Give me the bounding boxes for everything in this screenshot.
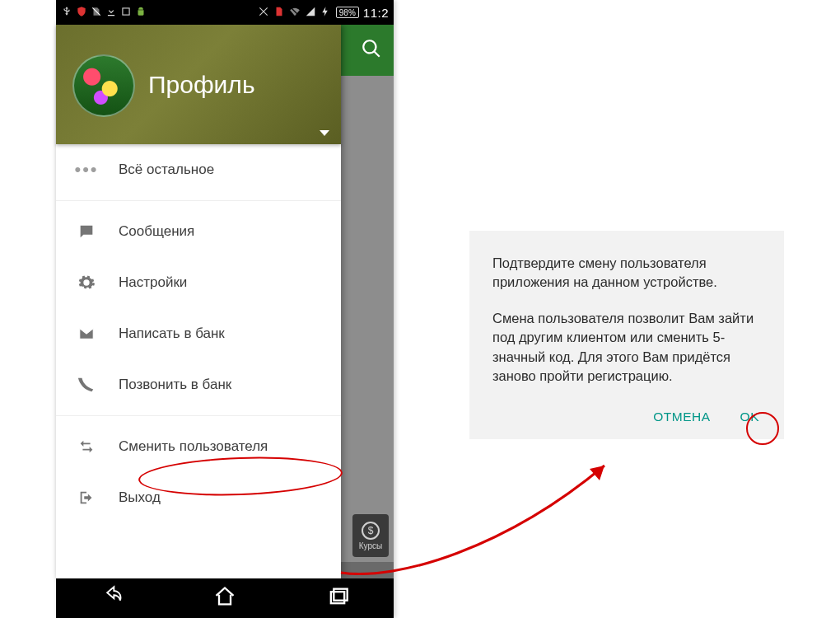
mail-icon: [76, 323, 97, 344]
chevron-down-icon[interactable]: [320, 130, 329, 136]
drawer-list: ••• Всё остальное Сообщения Настройки: [56, 144, 341, 578]
android-icon: [135, 6, 147, 20]
dialog-paragraph-2: Смена пользователя позволит Вам зайти по…: [492, 309, 761, 386]
avatar[interactable]: [72, 54, 135, 117]
square-icon: [120, 6, 132, 20]
drawer-item-write-bank[interactable]: Написать в банк: [56, 308, 341, 359]
drawer-item-label: Сменить пользователя: [119, 438, 268, 455]
usb-icon: [61, 6, 72, 20]
wifi-off-icon: [289, 6, 301, 20]
chat-icon: [76, 221, 97, 242]
drawer-item-label: Выход: [119, 489, 161, 506]
vibrate-icon: [258, 6, 269, 20]
battery-indicator: 98%: [336, 7, 359, 18]
phone-icon: [76, 374, 97, 396]
charging-icon: [320, 6, 332, 20]
android-nav-bar: [56, 578, 394, 618]
phone-frame: 98% 11:2 $ Курсы Профиль ••• Всё остальн…: [56, 0, 394, 618]
cancel-button[interactable]: ОТМЕНА: [653, 408, 710, 426]
drawer-item-change-user[interactable]: Сменить пользователя: [56, 421, 341, 472]
confirm-dialog: Подтвердите смену пользователя приложени…: [469, 231, 784, 439]
back-icon[interactable]: [100, 585, 124, 611]
currency-chip[interactable]: $ Курсы: [352, 514, 389, 557]
drawer-item-call-bank[interactable]: Позвонить в банк: [56, 359, 341, 410]
android-status-bar: 98% 11:2: [56, 0, 394, 25]
signal-icon: [305, 6, 316, 20]
dialog-paragraph-1: Подтвердите смену пользователя приложени…: [492, 254, 761, 293]
no-sim2-icon: [273, 6, 285, 20]
drawer-item-messages[interactable]: Сообщения: [56, 206, 341, 257]
shield-icon: [76, 6, 87, 20]
gear-icon: [76, 272, 97, 293]
no-sim-icon: [91, 6, 102, 20]
drawer-item-label: Всё остальное: [119, 162, 214, 178]
download-icon: [105, 6, 117, 20]
currency-chip-label: Курсы: [359, 541, 382, 550]
drawer-header[interactable]: Профиль: [56, 25, 341, 144]
drawer-item-settings[interactable]: Настройки: [56, 257, 341, 308]
home-icon[interactable]: [213, 585, 236, 611]
drawer-title: Профиль: [148, 71, 255, 99]
drawer-item-label: Сообщения: [119, 223, 194, 240]
logout-icon: [76, 487, 97, 508]
ok-button[interactable]: OK: [740, 408, 759, 426]
drawer-item-label: Написать в банк: [119, 325, 225, 342]
dots-icon: •••: [76, 159, 97, 180]
divider: [56, 200, 341, 201]
coin-icon: $: [362, 522, 380, 540]
swap-icon: [76, 436, 97, 457]
svg-rect-0: [123, 7, 129, 14]
drawer-item-label: Позвонить в банк: [119, 377, 231, 393]
dialog-actions: ОТМЕНА OK: [492, 403, 761, 426]
drawer-item-more[interactable]: ••• Всё остальное: [56, 144, 341, 195]
search-icon[interactable]: [361, 38, 382, 63]
status-clock: 11:2: [363, 6, 389, 20]
divider: [56, 415, 341, 416]
svg-marker-3: [590, 466, 604, 480]
navigation-drawer: Профиль ••• Всё остальное Сообщения Наст…: [56, 25, 341, 578]
drawer-item-label: Настройки: [119, 274, 187, 291]
drawer-item-exit[interactable]: Выход: [56, 472, 341, 523]
recent-icon[interactable]: [326, 585, 349, 611]
